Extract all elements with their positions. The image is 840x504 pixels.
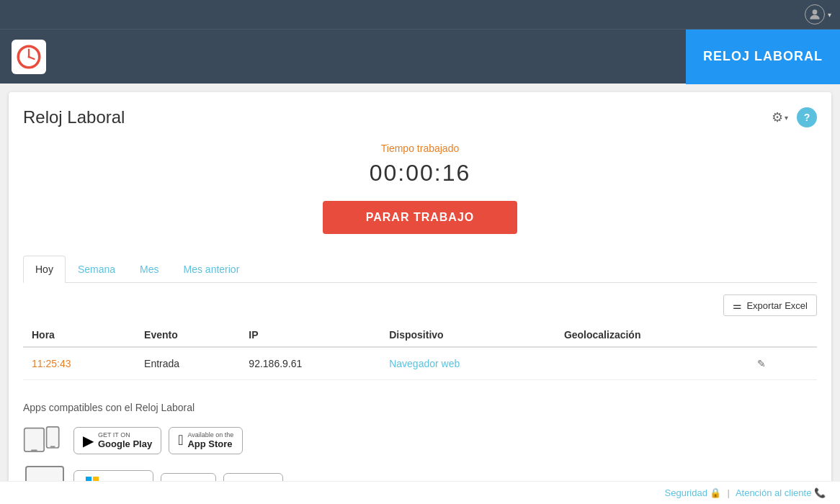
cell-geolocalizacion: [555, 347, 743, 380]
support-link[interactable]: Atención al cliente 📞: [736, 487, 826, 498]
app-header: RELOJ LABORAL: [0, 29, 840, 84]
edit-row-button[interactable]: ✎: [751, 355, 772, 372]
settings-button[interactable]: ⚙ ▾: [769, 107, 791, 128]
col-actions: [743, 323, 817, 347]
export-label: Exportar Excel: [746, 300, 808, 311]
export-excel-button[interactable]: ⚌ Exportar Excel: [723, 294, 817, 316]
timer-label: Tiempo trabajado: [23, 143, 817, 154]
security-link[interactable]: Seguridad 🔒: [665, 487, 722, 498]
page-header-actions: ⚙ ▾ ?: [769, 107, 817, 128]
app-store-small-text: Available on the: [187, 432, 233, 439]
app-store-badge[interactable]:  Available on the App Store: [169, 427, 243, 455]
col-evento: Evento: [135, 323, 240, 347]
settings-chevron-icon: ▾: [785, 114, 788, 122]
tab-hoy[interactable]: Hoy: [23, 256, 66, 283]
dispositivo-link[interactable]: Navegador web: [389, 358, 460, 369]
gear-icon: ⚙: [772, 109, 783, 125]
cell-evento: Entrada: [135, 347, 240, 380]
timer-display: 00:00:16: [23, 160, 817, 186]
col-geolocalizacion: Geolocalización: [555, 323, 743, 347]
google-play-icon: ▶: [83, 432, 94, 449]
user-menu[interactable]: ▾: [805, 4, 831, 24]
cell-ip: 92.186.9.61: [240, 347, 380, 380]
top-bar: ▾: [0, 0, 840, 29]
apps-title: Apps compatibles con el Reloj Laboral: [23, 402, 817, 413]
svg-rect-8: [24, 428, 44, 452]
table-row: 11:25:43 Entrada 92.186.9.61 Navegador w…: [23, 347, 817, 380]
cell-dispositivo: Navegador web: [380, 347, 555, 380]
stop-work-button[interactable]: PARAR TRABAJO: [323, 201, 517, 234]
google-play-small-text: GET IT ON: [98, 432, 152, 439]
app-store-big-text: App Store: [187, 438, 233, 449]
help-button[interactable]: ?: [797, 107, 817, 127]
export-icon: ⚌: [733, 300, 742, 311]
mobile-apps-row: ▶ GET IT ON Google Play  Available on t…: [23, 423, 817, 458]
col-ip: IP: [240, 323, 380, 347]
svg-point-0: [813, 9, 818, 14]
app-header-title: RELOJ LABORAL: [686, 30, 840, 84]
tab-mes-anterior[interactable]: Mes anterior: [171, 256, 252, 283]
footer: Seguridad 🔒 | Atención al cliente 📞: [0, 481, 840, 504]
main-content: Reloj Laboral ⚙ ▾ ? Tiempo trabajado 00:…: [9, 92, 831, 504]
timer-section: Tiempo trabajado 00:00:16 PARAR TRABAJO: [23, 143, 817, 234]
tabs-bar: Hoy Semana Mes Mes anterior: [23, 256, 817, 283]
tab-mes[interactable]: Mes: [128, 256, 171, 283]
mobile-device-icon: [23, 423, 66, 458]
svg-rect-6: [47, 427, 59, 448]
apple-icon: : [178, 432, 183, 449]
page-title: Reloj Laboral: [23, 107, 125, 127]
svg-point-5: [28, 55, 30, 58]
google-play-big-text: Google Play: [98, 438, 152, 449]
cell-edit: ✎: [743, 347, 817, 380]
attendance-table: Hora Evento IP Dispositivo Geolocalizaci…: [23, 323, 817, 380]
svg-rect-9: [31, 450, 37, 451]
col-hora: Hora: [23, 323, 135, 347]
tab-semana[interactable]: Semana: [66, 256, 128, 283]
svg-rect-7: [50, 446, 55, 447]
footer-divider: |: [727, 487, 729, 498]
table-toolbar: ⚌ Exportar Excel: [23, 294, 817, 316]
google-play-badge[interactable]: ▶ GET IT ON Google Play: [73, 427, 161, 455]
chevron-down-icon: ▾: [828, 11, 831, 19]
page-header: Reloj Laboral ⚙ ▾ ?: [23, 107, 817, 128]
col-dispositivo: Dispositivo: [380, 323, 555, 347]
app-logo: [12, 40, 46, 74]
user-avatar-icon: [805, 4, 825, 24]
cell-hora: 11:25:43: [23, 347, 135, 380]
